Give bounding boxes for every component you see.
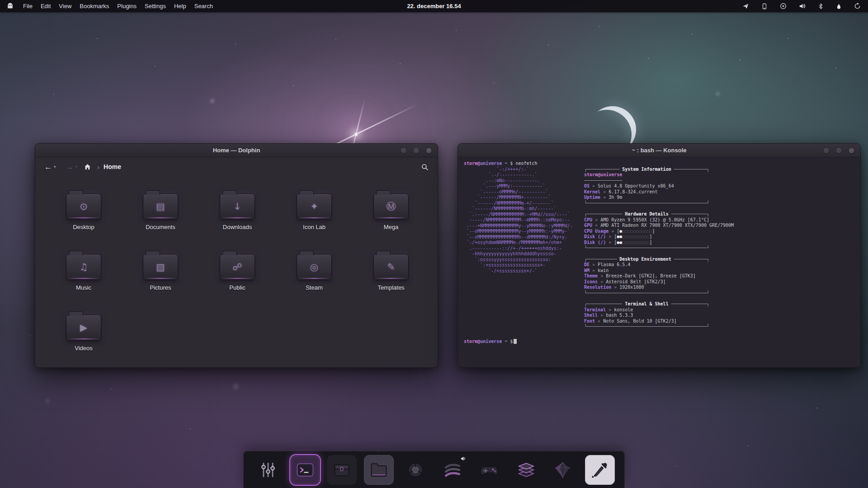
menubar-item-search[interactable]: Search	[190, 0, 217, 12]
folder-label: Icon Lab	[303, 224, 326, 230]
public-folder-icon: ☍	[220, 254, 255, 280]
folder-icon-lab[interactable]: ✦Icon Lab	[276, 187, 353, 248]
dock-music-player[interactable]	[438, 455, 467, 485]
desktop: FileEditViewBookmarksPluginsSettingsHelp…	[0, 0, 868, 488]
global-menubar: FileEditViewBookmarksPluginsSettingsHelp…	[0, 0, 868, 12]
menubar-item-settings[interactable]: Settings	[141, 0, 170, 12]
dolphin-toolbar: ← ▾ → ▾ › Home	[35, 157, 438, 176]
terminal-line: Disk (/) » [●●○○○○○○○○○○]	[584, 240, 734, 246]
minimize-button[interactable]	[824, 148, 829, 153]
terminal-command-line: storm@universe ~ $ neofetch	[464, 161, 854, 167]
menubar-item-bookmarks[interactable]: Bookmarks	[75, 0, 113, 12]
mega-emblem-icon: Ⓜ	[387, 200, 396, 213]
menubar-item-view[interactable]: View	[55, 0, 75, 12]
folder-videos[interactable]: ▶Videos	[45, 308, 122, 368]
home-button[interactable]	[84, 163, 91, 171]
maximize-button[interactable]	[836, 148, 841, 153]
dock-file-manager[interactable]	[364, 455, 394, 485]
terminal-line: OS » Solus 4.8 Opportunity x86_64	[584, 183, 734, 189]
back-button[interactable]: ← ▾	[44, 163, 56, 171]
terminal-line: WM » kwin	[584, 268, 734, 274]
window-buttons	[824, 144, 854, 157]
folder-public[interactable]: ☍Public	[199, 248, 276, 308]
maximize-button[interactable]	[414, 148, 419, 153]
menubar-item-file[interactable]: File	[19, 0, 37, 12]
videos-emblem-icon: ▶	[80, 322, 87, 333]
dock-layers[interactable]	[511, 455, 541, 485]
templates-folder-icon: ✎	[373, 254, 409, 280]
dolphin-titlebar[interactable]: Home — Dolphin	[35, 144, 438, 157]
terminal-line: Font » Noto Sans, Bold 10 [GTK2/3]	[584, 319, 734, 324]
menubar-item-edit[interactable]: Edit	[37, 0, 55, 12]
menubar-item-help[interactable]: Help	[170, 0, 190, 12]
icon-lab-folder-icon: ✦	[297, 193, 332, 220]
search-button[interactable]	[421, 163, 429, 171]
konsole-window: ~ : bash — Konsole storm@universe ~ $ ne…	[458, 143, 861, 368]
neofetch-section-system-information: ┌──────────── System Information ───────…	[584, 167, 734, 206]
section-border: └───────────────────────────────────────…	[584, 324, 734, 330]
refresh-icon[interactable]	[854, 3, 861, 9]
pictures-folder-icon: ▧	[143, 254, 178, 280]
neofetch-info: ┌──────────── System Information ───────…	[584, 167, 734, 335]
public-emblem-icon: ☍	[232, 262, 242, 272]
terminal-line: storm@universe	[584, 172, 734, 178]
breadcrumb-home[interactable]: Home	[104, 163, 121, 170]
folder-steam[interactable]: ◎Steam	[276, 248, 353, 308]
terminal[interactable]: storm@universe ~ $ neofetch `-:/++++/:-`…	[458, 157, 860, 367]
konsole-titlebar[interactable]: ~ : bash — Konsole	[458, 144, 860, 157]
folder-label: Music	[76, 284, 91, 291]
folder-label: Documents	[146, 224, 175, 230]
back-arrow-icon: ←	[44, 163, 52, 171]
documents-emblem-icon: ▤	[156, 201, 165, 212]
konsole-window-title: ~ : bash — Konsole	[632, 147, 687, 154]
folder-mega[interactable]: ⓂMega	[353, 187, 429, 248]
volume-icon[interactable]	[799, 3, 806, 9]
bluetooth-icon[interactable]	[818, 3, 824, 9]
folder-label: Mega	[384, 224, 399, 230]
dock-package-box[interactable]	[327, 455, 357, 485]
distro-logo-icon[interactable]	[6, 2, 14, 10]
icon-lab-emblem-icon: ✦	[310, 201, 318, 212]
dock-vector-graphics[interactable]	[548, 455, 578, 485]
videos-folder-icon: ▶	[66, 314, 101, 341]
desktop-folder-icon: ⊙	[66, 193, 101, 220]
close-button[interactable]	[426, 148, 431, 153]
dock-game-controller[interactable]	[474, 455, 504, 485]
tablet-icon[interactable]	[761, 3, 768, 9]
menubar-item-plugins[interactable]: Plugins	[113, 0, 141, 12]
terminal-line: CPU Usage » [●○○○○○○○○○○○]	[584, 229, 734, 235]
dock-audio-mixer[interactable]	[253, 455, 283, 485]
terminal-line: ──────────────	[584, 178, 734, 184]
media-player-icon[interactable]	[780, 3, 787, 9]
menu-items: FileEditViewBookmarksPluginsSettingsHelp…	[19, 0, 217, 12]
dolphin-window: Home — Dolphin ← ▾ → ▾ › Home	[35, 143, 438, 368]
dolphin-window-title: Home — Dolphin	[213, 147, 260, 154]
forward-button[interactable]: → ▾	[66, 163, 78, 171]
folder-templates[interactable]: ✎Templates	[353, 248, 429, 308]
section-border: └───────────────────────────────────────…	[584, 201, 734, 206]
neofetch-ascii-art: `-:/++++/:-` `.-/------------.` .--:mNo-…	[464, 167, 578, 274]
folder-downloads[interactable]: ↓Downloads	[199, 187, 276, 248]
documents-folder-icon: ▤	[143, 193, 178, 220]
section-border: ┌───────────── Hardware Details ────────…	[584, 211, 734, 217]
folder-documents[interactable]: ▤Documents	[122, 187, 199, 248]
dock-terminal[interactable]	[290, 455, 320, 485]
close-button[interactable]	[849, 148, 854, 153]
section-border: ┌──────────── System Information ───────…	[584, 167, 734, 173]
terminal-line: DE » Plasma 6.5.4	[584, 262, 734, 268]
terminal-line: GPU » AMD ATI Radeon RX 7900 XT/7900 XTX…	[584, 223, 734, 229]
dock-color-picker[interactable]	[585, 455, 615, 485]
folder-music[interactable]: ♫Music	[45, 248, 122, 308]
folder-label: Desktop	[73, 224, 94, 230]
folder-grid: ⊙Desktop▤Documents↓Downloads✦Icon LabⓂMe…	[35, 176, 438, 368]
folder-desktop[interactable]: ⊙Desktop	[45, 187, 122, 248]
dock-web-browser[interactable]	[401, 455, 430, 485]
music-emblem-icon: ♫	[80, 262, 88, 272]
mega-folder-icon: Ⓜ	[373, 193, 409, 220]
terminal-line: CPU » AMD Ryzen 9 5950X (32) @ 5.0GHz [6…	[584, 217, 734, 223]
water-drop-icon[interactable]	[836, 3, 842, 9]
folder-pictures[interactable]: ▧Pictures	[122, 248, 199, 308]
minimize-button[interactable]	[401, 148, 406, 153]
neofetch-section-hardware-details: ┌───────────── Hardware Details ────────…	[584, 211, 734, 251]
paper-plane-icon[interactable]	[742, 3, 749, 9]
